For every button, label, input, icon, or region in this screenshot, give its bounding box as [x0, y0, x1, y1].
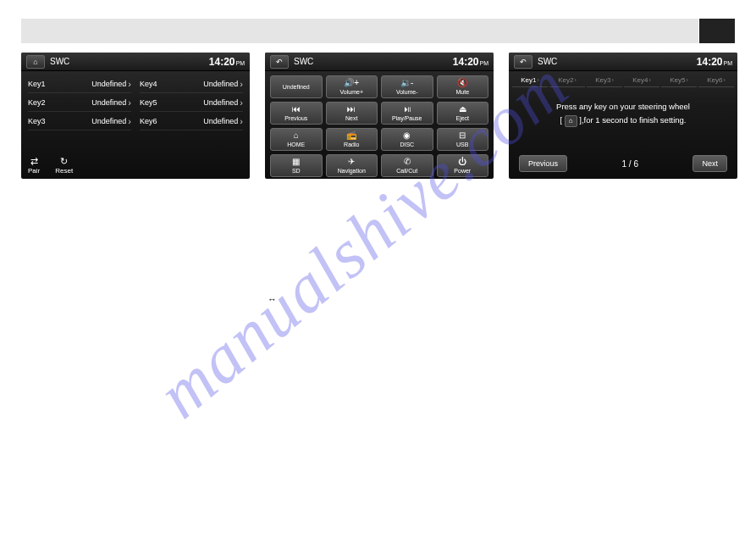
time-value: 14:20 — [453, 56, 479, 68]
button-label: Mute — [455, 89, 469, 95]
top-bar — [21, 19, 698, 43]
volume-up-button[interactable]: 🔊+ Volume+ — [326, 75, 378, 98]
chevron-right-icon: › — [723, 77, 725, 83]
button-label: Volume+ — [340, 89, 363, 95]
volume-down-button[interactable]: 🔉- Volume- — [381, 75, 433, 98]
button-label: Call/Cut — [396, 168, 417, 174]
tab-label: Key4 — [632, 76, 648, 84]
screen1-title: SWC — [50, 57, 209, 66]
sd-icon: ▦ — [292, 158, 300, 166]
key-row[interactable]: Key4 Undefined › — [140, 75, 243, 93]
button-label: DISC — [400, 142, 414, 147]
screen-swc-functions: ↶ SWC 14:20PM Undefined 🔊+ Volume+ 🔉- Vo… — [265, 53, 494, 179]
instruction-line2: [ ⌂ ],for 1 second to finish setting. — [517, 114, 729, 127]
next-icon: ⏭ — [347, 105, 356, 114]
chevron-right-icon: › — [574, 77, 576, 83]
home-icon[interactable]: ⌂ — [26, 55, 45, 69]
chevron-right-icon: › — [611, 77, 613, 83]
usb-button[interactable]: ⊟ USB — [437, 128, 489, 151]
reset-icon: ↻ — [55, 156, 73, 167]
tab-key6[interactable]: Key6› — [698, 74, 734, 87]
tab-label: Key2 — [558, 76, 573, 84]
chevron-right-icon: › — [537, 77, 538, 83]
navigation-icon: ✈ — [348, 158, 355, 166]
instruction-text: Press any key on your steering wheel [ ⌂… — [509, 88, 737, 132]
previous-button[interactable]: ⏮ Previous — [270, 102, 323, 125]
pair-button[interactable]: ⇄ Pair — [28, 156, 40, 175]
callcut-button[interactable]: ✆ Call/Cut — [381, 154, 433, 177]
mute-button[interactable]: 🔇 Mute — [437, 75, 489, 98]
tab-key3[interactable]: Key3› — [587, 74, 622, 87]
button-label: Navigation — [338, 168, 366, 174]
top-bar-tab — [699, 19, 735, 43]
previous-button[interactable]: Previous — [519, 155, 567, 172]
reset-button[interactable]: ↻ Reset — [55, 156, 73, 175]
navigation-button[interactable]: ✈ Navigation — [326, 154, 378, 177]
tab-label: Key3 — [595, 76, 610, 84]
key-row[interactable]: Key5 Undefined › — [140, 93, 243, 112]
pair-icon: ⇄ — [28, 156, 40, 167]
screenshots-row: ⌂ SWC 14:20PM Key1 Undefined › Key4 Unde… — [21, 53, 737, 179]
key-row[interactable]: Key3 Undefined › — [28, 112, 131, 130]
chevron-right-icon: › — [128, 97, 131, 108]
screen2-title: SWC — [294, 57, 453, 66]
eject-icon: ⏏ — [459, 105, 466, 114]
chevron-right-icon: › — [240, 116, 243, 126]
button-label: HOME — [287, 142, 305, 147]
chevron-right-icon: › — [128, 79, 131, 89]
key-label: Key3 — [28, 117, 58, 125]
volume-up-icon: 🔊+ — [344, 79, 359, 87]
chevron-right-icon: › — [240, 97, 243, 108]
back-icon[interactable]: ↶ — [514, 55, 533, 69]
reset-label: Reset — [55, 167, 73, 175]
back-icon[interactable]: ↶ — [270, 55, 289, 69]
home-button[interactable]: ⌂ HOME — [270, 128, 323, 151]
instruction-line1: Press any key on your steering wheel — [517, 100, 729, 114]
tab-key4[interactable]: Key4› — [624, 74, 659, 87]
time-value: 14:20 — [209, 56, 235, 68]
radio-button[interactable]: 📻 Radio — [326, 128, 378, 151]
radio-icon: 📻 — [346, 131, 356, 140]
pair-label: Pair — [28, 167, 40, 175]
key-value: Undefined — [58, 117, 128, 125]
next-button[interactable]: ⏭ Next — [326, 102, 378, 125]
disc-button[interactable]: ◉ DISC — [381, 128, 433, 151]
chevron-right-icon: › — [648, 77, 650, 83]
playpause-button[interactable]: ⏯ Play/Pause — [381, 102, 433, 125]
key-label: Key2 — [28, 98, 58, 107]
button-label: Volume- — [396, 89, 418, 95]
key-label: Key6 — [140, 117, 170, 125]
chevron-right-icon: › — [240, 79, 243, 89]
page-indicator: 1 / 6 — [622, 159, 638, 169]
tab-key1[interactable]: Key1› — [512, 74, 548, 87]
power-button[interactable]: ⏻ Power — [437, 154, 489, 177]
call-icon: ✆ — [404, 158, 411, 166]
sd-button[interactable]: ▦ SD — [270, 154, 323, 177]
time-ampm: PM — [724, 60, 733, 66]
key-row[interactable]: Key1 Undefined › — [28, 75, 131, 93]
disc-icon: ◉ — [403, 131, 411, 140]
key-row[interactable]: Key6 Undefined › — [140, 112, 243, 130]
key-value: Undefined — [58, 98, 128, 107]
key-row[interactable]: Key2 Undefined › — [28, 93, 131, 112]
screen1-grid: Key1 Undefined › Key4 Undefined › Key2 U… — [21, 71, 250, 130]
usb-icon: ⊟ — [459, 131, 466, 140]
screen3-time: 14:20PM — [697, 56, 732, 68]
volume-down-icon: 🔉- — [400, 79, 413, 87]
next-button[interactable]: Next — [693, 155, 727, 172]
home-icon: ⌂ — [294, 131, 299, 140]
eject-button[interactable]: ⏏ Eject — [437, 102, 489, 125]
key-value: Undefined — [170, 80, 240, 88]
screen-swc-keys: ⌂ SWC 14:20PM Key1 Undefined › Key4 Unde… — [21, 53, 250, 179]
time-value: 14:20 — [697, 56, 723, 68]
key-value: Undefined — [58, 80, 128, 88]
inline-glyph: ↔ — [268, 294, 277, 304]
tab-label: Key5 — [670, 76, 685, 84]
power-icon: ⏻ — [458, 158, 466, 166]
tab-key2[interactable]: Key2› — [549, 74, 585, 87]
tab-key5[interactable]: Key5› — [661, 74, 697, 87]
screen3-header: ↶ SWC 14:20PM — [509, 53, 737, 71]
function-grid: Undefined 🔊+ Volume+ 🔉- Volume- 🔇 Mute ⏮… — [265, 71, 494, 179]
undefined-button[interactable]: Undefined — [270, 75, 323, 98]
tab-label: Key6 — [707, 76, 722, 84]
